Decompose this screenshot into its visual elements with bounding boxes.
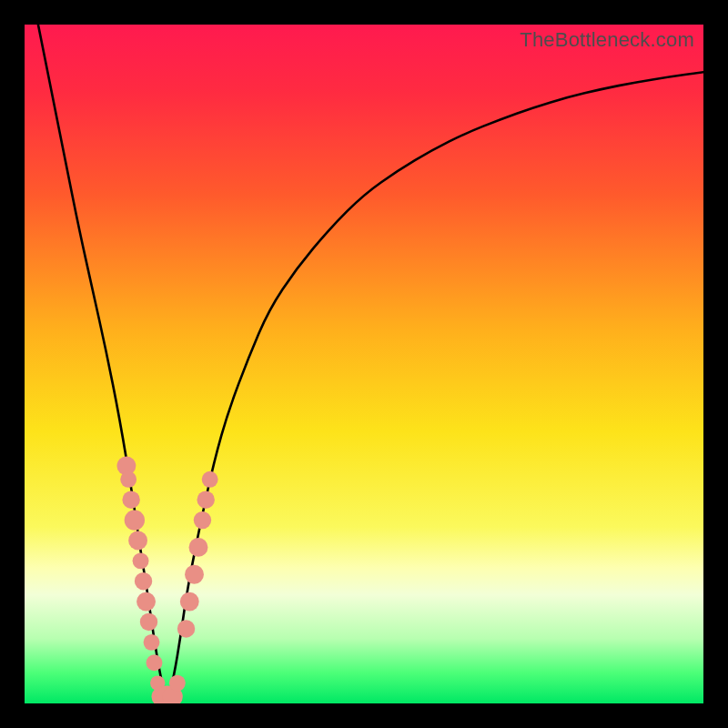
- dot-marker: [136, 592, 156, 612]
- highlight-dots: [116, 456, 217, 703]
- dot-marker: [125, 510, 145, 530]
- dot-marker: [202, 471, 218, 488]
- dot-marker: [133, 552, 149, 569]
- dot-marker: [169, 675, 186, 692]
- dot-marker: [144, 634, 160, 651]
- dot-marker: [147, 654, 163, 671]
- dot-marker: [189, 538, 208, 557]
- dot-marker: [197, 491, 214, 509]
- dot-marker: [128, 531, 147, 551]
- dot-marker: [120, 471, 136, 488]
- watermark-text: TheBottleneck.com: [520, 28, 694, 52]
- dot-marker: [177, 620, 195, 637]
- dot-marker: [180, 592, 199, 612]
- dot-marker: [194, 511, 211, 529]
- chart-plot-area: TheBottleneck.com: [25, 25, 703, 703]
- chart-overlay: [25, 25, 703, 703]
- dot-marker: [135, 572, 152, 590]
- dot-marker: [122, 491, 139, 509]
- dot-marker: [185, 565, 204, 584]
- chart-frame: TheBottleneck.com: [0, 0, 728, 728]
- dot-marker: [140, 613, 157, 631]
- bottleneck-curve: [38, 25, 703, 697]
